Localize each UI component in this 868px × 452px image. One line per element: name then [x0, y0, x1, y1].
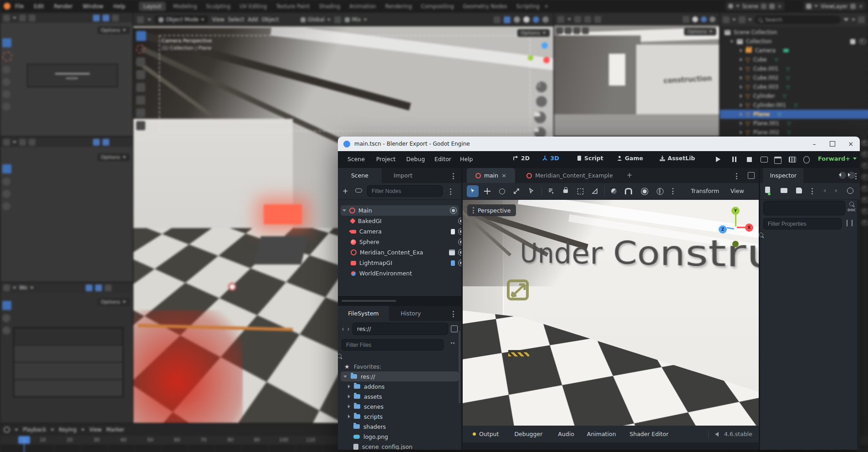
header-icon[interactable] — [102, 139, 109, 146]
resource-menu-icon[interactable] — [812, 188, 813, 194]
editor-tab-game[interactable]: Game — [617, 155, 643, 162]
tab-filesystem[interactable]: FileSystem — [338, 306, 389, 321]
gizmo-toggle-icon[interactable] — [494, 16, 500, 23]
overlay-toggle-icon[interactable] — [504, 16, 511, 23]
expand-icon[interactable] — [348, 395, 350, 398]
exclude-checkbox[interactable] — [850, 39, 855, 44]
chevron-right-icon[interactable] — [740, 85, 742, 89]
select-mode-tool[interactable] — [467, 185, 479, 197]
table-row[interactable] — [14, 380, 123, 396]
outliner-row[interactable]: ▽Cube.002▽ — [720, 73, 868, 82]
outliner-row-selected[interactable]: ▽Plane▽ — [720, 110, 868, 119]
workspace-tab-uvediting[interactable]: UV Editing — [240, 3, 267, 10]
active-tool-icon[interactable] — [2, 301, 11, 310]
nav-forward-icon[interactable]: › — [347, 325, 350, 333]
tree-row-meridian[interactable]: Meridian_Content_Exam — [342, 247, 467, 258]
editor-type-icon[interactable] — [723, 16, 730, 23]
viewport-menu-icon[interactable] — [672, 188, 674, 194]
zoom-icon[interactable] — [536, 81, 547, 92]
header-icon[interactable] — [573, 27, 580, 34]
outliner-row[interactable]: ▽Cube.003▽ — [720, 82, 868, 91]
outliner-row[interactable]: ▽Cylinder.001▽ — [720, 101, 868, 110]
debugger-button[interactable]: Debugger — [514, 431, 542, 437]
outliner-row[interactable]: ▽Plane.002▽ — [720, 128, 868, 137]
options-dropdown[interactable]: Options — [97, 153, 130, 161]
editor-type-icon[interactable] — [3, 15, 10, 21]
header-icon[interactable] — [19, 15, 26, 21]
film-icon[interactable] — [789, 157, 796, 163]
notification-bell-icon[interactable] — [715, 432, 719, 437]
filter-properties-input[interactable] — [763, 218, 842, 229]
workspace-tab-shading[interactable]: Shading — [319, 3, 340, 10]
scene-tab-meridian[interactable]: Meridian_Content_Example — [521, 168, 618, 183]
select-tool-icon[interactable] — [136, 31, 146, 41]
wireframe-shading-icon[interactable] — [514, 16, 520, 23]
camera-view-icon[interactable] — [534, 112, 546, 123]
instance-scene-icon[interactable] — [355, 188, 362, 193]
outliner-search[interactable]: Search — [755, 15, 841, 24]
add-workspace-button[interactable]: + — [544, 3, 549, 10]
expand-icon[interactable] — [348, 405, 350, 408]
rotate-mode-tool[interactable] — [496, 185, 508, 197]
scene-tab-main[interactable]: main × — [467, 168, 515, 183]
panel-menu-icon[interactable] — [453, 173, 454, 179]
y-axis-ball[interactable]: Y — [731, 207, 740, 215]
editor-type-icon[interactable] — [137, 16, 144, 23]
orientation-dropdown[interactable]: Global — [301, 16, 331, 23]
material-shading-icon[interactable] — [701, 16, 707, 22]
scrollbar-horizontal[interactable] — [342, 300, 396, 302]
menu-view[interactable]: View — [212, 16, 224, 23]
mode-dropdown[interactable]: Object Mode — [155, 15, 208, 24]
close-tab-icon[interactable]: × — [501, 172, 506, 179]
rendered-shading-icon[interactable] — [710, 16, 715, 22]
nav-gizmo[interactable] — [523, 41, 552, 71]
menu-select[interactable]: Select — [228, 16, 244, 23]
new-scene-tab-button[interactable]: + — [627, 171, 633, 179]
menu-file[interactable]: File — [15, 3, 24, 10]
eye-icon[interactable] — [859, 39, 866, 44]
menu-help[interactable]: Help — [113, 3, 125, 10]
chevron-right-icon[interactable] — [740, 122, 742, 125]
table-row[interactable] — [14, 345, 123, 363]
tree-row-lightmapgi[interactable]: LightmapGI — [342, 258, 467, 268]
chevron-right-icon[interactable] — [740, 76, 742, 80]
dock-tab-import[interactable]: Import — [382, 168, 424, 183]
viewlayer-name[interactable]: ViewLayer — [821, 3, 848, 10]
header-icon[interactable] — [29, 15, 36, 21]
fs-row-addons[interactable]: addons — [348, 381, 385, 391]
scale-tool-icon[interactable] — [136, 83, 145, 92]
header-icon[interactable] — [582, 27, 589, 34]
measure-tool-icon[interactable] — [136, 121, 145, 130]
workspace-tab-modeling[interactable]: Modeling — [173, 3, 197, 10]
menu-render[interactable]: Render — [54, 3, 73, 10]
rendered-shading-icon[interactable] — [542, 16, 549, 23]
movie-clapper-icon[interactable] — [774, 157, 781, 164]
animation-button[interactable]: Animation — [587, 431, 616, 437]
editor-label[interactable]: Wo — [19, 284, 27, 291]
editor-tab-3d[interactable]: 3D — [542, 155, 559, 162]
header-icon[interactable] — [19, 139, 26, 146]
add-node-button[interactable]: + — [342, 187, 348, 195]
split-view-icon[interactable] — [451, 325, 458, 332]
editor-tab-script[interactable]: Script — [577, 155, 603, 162]
snap-magnet-icon[interactable] — [334, 16, 341, 23]
cursor-tool-icon[interactable] — [136, 45, 145, 54]
tree-row-camera[interactable]: Camera — [342, 226, 467, 237]
mouse-icon[interactable] — [803, 156, 810, 163]
header-icon[interactable] — [86, 284, 92, 291]
outliner-row[interactable]: Scene Collection — [720, 28, 868, 37]
editor-type-icon[interactable] — [3, 139, 10, 146]
fs-row-shaders[interactable]: shaders — [353, 422, 386, 432]
tree-row-bakedgi[interactable]: BakedGI — [342, 216, 467, 226]
header-icon[interactable] — [93, 139, 100, 146]
outliner-row[interactable]: ▽Plane.001▽ — [720, 119, 868, 128]
remote-debug-icon[interactable] — [761, 157, 768, 163]
list-select-icon[interactable] — [545, 185, 557, 197]
workspace-tab-rendering[interactable]: Rendering — [385, 3, 412, 10]
load-resource-icon[interactable] — [781, 188, 787, 194]
chevron-right-icon[interactable] — [740, 131, 742, 134]
new-collection-icon[interactable] — [858, 16, 865, 23]
inspector-forward-icon[interactable] — [848, 172, 855, 179]
fs-row-logo[interactable]: logo.png — [353, 432, 388, 442]
pin-icon[interactable] — [761, 4, 766, 9]
